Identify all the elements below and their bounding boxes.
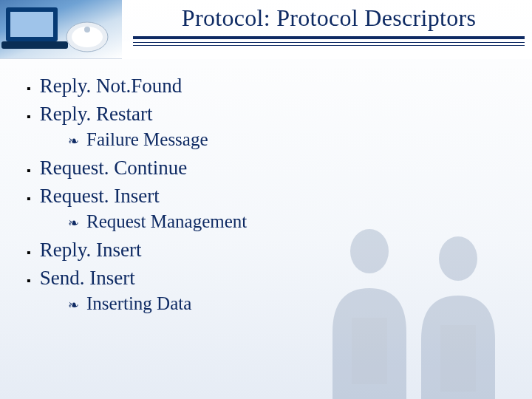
laptop-mouse-icon (0, 0, 122, 59)
bullet-text: Send. Insert (40, 267, 135, 290)
bullet-lvl1: ▪ Send. Insert (27, 267, 510, 290)
bullet-lvl2: ❧ Failure Message (68, 129, 510, 151)
content-area: ▪ Reply. Not.Found ▪ Reply. Restart ❧ Fa… (27, 70, 510, 321)
square-bullet-icon: ▪ (27, 78, 31, 98)
bullet-text: Reply. Not.Found (40, 75, 183, 98)
bullet-text: Request. Continue (40, 157, 187, 180)
bullet-lvl1: ▪ Reply. Insert (27, 239, 510, 262)
square-bullet-icon: ▪ (27, 270, 31, 290)
square-bullet-icon: ▪ (27, 188, 31, 208)
title-underline (133, 36, 525, 47)
svg-point-5 (84, 27, 90, 33)
svg-rect-1 (10, 12, 53, 37)
bullet-text: Failure Message (86, 129, 208, 150)
svg-rect-7 (352, 318, 387, 384)
svg-rect-9 (440, 325, 476, 392)
title-area: Protocol: Protocol Descriptors (133, 4, 525, 47)
bullet-lvl1: ▪ Reply. Not.Found (27, 75, 510, 98)
bullet-lvl2: ❧ Inserting Data (68, 293, 510, 315)
bullet-lvl2: ❧ Request Management (68, 211, 510, 233)
bullet-lvl1: ▪ Reply. Restart (27, 103, 510, 126)
svg-rect-2 (1, 41, 68, 49)
square-bullet-icon: ▪ (27, 160, 31, 180)
bullet-text: Reply. Restart (40, 103, 153, 126)
bullet-lvl1: ▪ Request. Insert (27, 185, 510, 208)
bullet-text: Request Management (86, 211, 247, 232)
leaf-bullet-icon: ❧ (68, 132, 79, 151)
square-bullet-icon: ▪ (27, 106, 31, 126)
slide: Protocol: Protocol Descriptors ▪ Reply. … (0, 0, 532, 399)
leaf-bullet-icon: ❧ (68, 296, 79, 315)
bullet-text: Inserting Data (86, 293, 191, 314)
bullet-text: Reply. Insert (40, 239, 142, 262)
bullet-text: Request. Insert (40, 185, 160, 208)
leaf-bullet-icon: ❧ (68, 214, 79, 233)
slide-title: Protocol: Protocol Descriptors (133, 4, 525, 32)
bullet-lvl1: ▪ Request. Continue (27, 157, 510, 180)
corner-decorative-image (0, 0, 122, 59)
square-bullet-icon: ▪ (27, 242, 31, 262)
